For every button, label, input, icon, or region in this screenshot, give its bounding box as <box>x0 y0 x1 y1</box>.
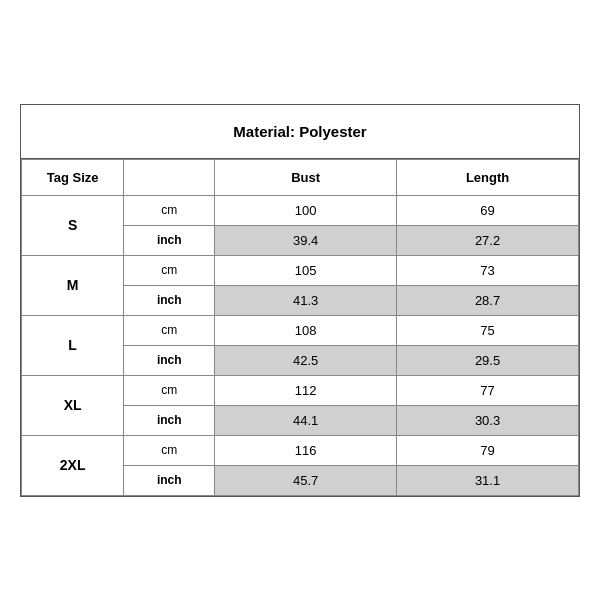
table-row: 2XLcm11679 <box>22 435 579 465</box>
unit-inch-cell: inch <box>124 225 215 255</box>
tag-size-cell: 2XL <box>22 435 124 495</box>
length-inch-cell: 31.1 <box>397 465 579 495</box>
bust-cm-cell: 108 <box>215 315 397 345</box>
header-length: Length <box>397 159 579 195</box>
bust-cm-cell: 116 <box>215 435 397 465</box>
header-unit-empty <box>124 159 215 195</box>
table-row: Mcm10573 <box>22 255 579 285</box>
size-table: Tag Size Bust Length Scm10069inch39.427.… <box>21 159 579 496</box>
chart-title: Material: Polyester <box>21 105 579 159</box>
length-cm-cell: 77 <box>397 375 579 405</box>
bust-inch-cell: 39.4 <box>215 225 397 255</box>
unit-cm-cell: cm <box>124 375 215 405</box>
length-cm-cell: 69 <box>397 195 579 225</box>
length-inch-cell: 30.3 <box>397 405 579 435</box>
table-body: Scm10069inch39.427.2Mcm10573inch41.328.7… <box>22 195 579 495</box>
length-cm-cell: 75 <box>397 315 579 345</box>
bust-cm-cell: 112 <box>215 375 397 405</box>
table-header-row: Tag Size Bust Length <box>22 159 579 195</box>
tag-size-cell: S <box>22 195 124 255</box>
length-inch-cell: 27.2 <box>397 225 579 255</box>
bust-inch-cell: 42.5 <box>215 345 397 375</box>
unit-inch-cell: inch <box>124 285 215 315</box>
length-cm-cell: 73 <box>397 255 579 285</box>
table-row: XLcm11277 <box>22 375 579 405</box>
tag-size-cell: M <box>22 255 124 315</box>
unit-inch-cell: inch <box>124 465 215 495</box>
bust-cm-cell: 100 <box>215 195 397 225</box>
size-chart-container: Material: Polyester Tag Size Bust Length… <box>20 104 580 497</box>
table-row: Lcm10875 <box>22 315 579 345</box>
unit-cm-cell: cm <box>124 195 215 225</box>
unit-inch-cell: inch <box>124 345 215 375</box>
length-cm-cell: 79 <box>397 435 579 465</box>
bust-inch-cell: 45.7 <box>215 465 397 495</box>
bust-cm-cell: 105 <box>215 255 397 285</box>
bust-inch-cell: 41.3 <box>215 285 397 315</box>
tag-size-cell: XL <box>22 375 124 435</box>
unit-cm-cell: cm <box>124 435 215 465</box>
unit-cm-cell: cm <box>124 255 215 285</box>
table-row: Scm10069 <box>22 195 579 225</box>
tag-size-cell: L <box>22 315 124 375</box>
length-inch-cell: 28.7 <box>397 285 579 315</box>
bust-inch-cell: 44.1 <box>215 405 397 435</box>
length-inch-cell: 29.5 <box>397 345 579 375</box>
header-bust: Bust <box>215 159 397 195</box>
unit-inch-cell: inch <box>124 405 215 435</box>
header-tag-size: Tag Size <box>22 159 124 195</box>
unit-cm-cell: cm <box>124 315 215 345</box>
